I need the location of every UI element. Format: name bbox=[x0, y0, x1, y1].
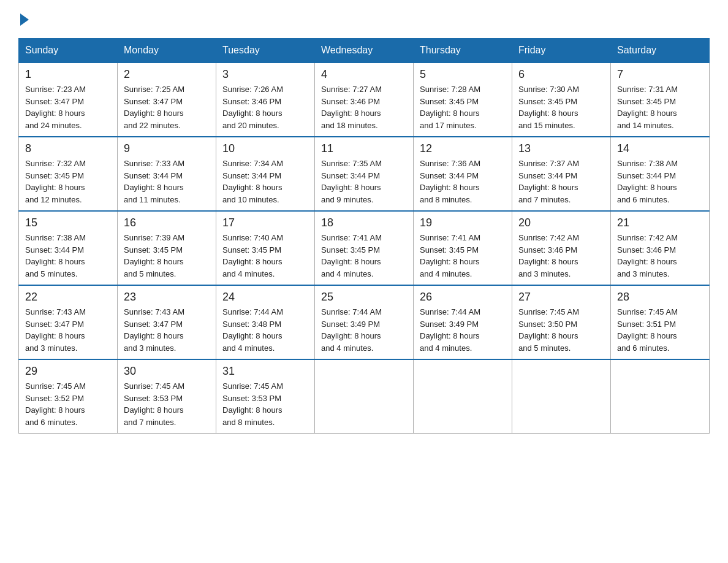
day-info: Sunrise: 7:38 AM Sunset: 3:44 PM Dayligh… bbox=[617, 158, 703, 205]
day-info: Sunrise: 7:43 AM Sunset: 3:47 PM Dayligh… bbox=[124, 306, 210, 354]
day-info: Sunrise: 7:33 AM Sunset: 3:44 PM Dayligh… bbox=[124, 158, 210, 205]
day-number: 4 bbox=[321, 68, 407, 81]
column-header-tuesday: Tuesday bbox=[216, 39, 315, 63]
day-number: 2 bbox=[124, 68, 210, 81]
calendar-cell: 16 Sunrise: 7:39 AM Sunset: 3:45 PM Dayl… bbox=[118, 211, 216, 285]
day-number: 15 bbox=[25, 216, 111, 229]
day-info: Sunrise: 7:28 AM Sunset: 3:45 PM Dayligh… bbox=[420, 83, 506, 131]
day-info: Sunrise: 7:45 AM Sunset: 3:53 PM Dayligh… bbox=[222, 380, 308, 428]
logo bbox=[18, 12, 29, 26]
day-info: Sunrise: 7:41 AM Sunset: 3:45 PM Dayligh… bbox=[420, 232, 506, 280]
calendar-cell: 14 Sunrise: 7:38 AM Sunset: 3:44 PM Dayl… bbox=[611, 137, 710, 211]
day-number: 28 bbox=[617, 291, 703, 304]
day-number: 8 bbox=[25, 142, 111, 155]
day-info: Sunrise: 7:43 AM Sunset: 3:47 PM Dayligh… bbox=[25, 306, 111, 354]
day-number: 31 bbox=[222, 365, 308, 378]
day-info: Sunrise: 7:36 AM Sunset: 3:44 PM Dayligh… bbox=[420, 158, 506, 205]
day-info: Sunrise: 7:30 AM Sunset: 3:45 PM Dayligh… bbox=[518, 83, 604, 131]
day-info: Sunrise: 7:41 AM Sunset: 3:45 PM Dayligh… bbox=[321, 232, 407, 280]
day-info: Sunrise: 7:32 AM Sunset: 3:45 PM Dayligh… bbox=[25, 158, 111, 205]
calendar-cell: 13 Sunrise: 7:37 AM Sunset: 3:44 PM Dayl… bbox=[512, 137, 611, 211]
logo-arrow-icon bbox=[20, 13, 29, 26]
calendar-cell: 22 Sunrise: 7:43 AM Sunset: 3:47 PM Dayl… bbox=[19, 285, 118, 359]
calendar-cell: 4 Sunrise: 7:27 AM Sunset: 3:46 PM Dayli… bbox=[315, 63, 414, 137]
day-info: Sunrise: 7:42 AM Sunset: 3:46 PM Dayligh… bbox=[617, 232, 703, 280]
calendar-cell: 20 Sunrise: 7:42 AM Sunset: 3:46 PM Dayl… bbox=[512, 211, 611, 285]
column-header-friday: Friday bbox=[512, 39, 611, 63]
calendar-cell bbox=[414, 359, 512, 434]
calendar-cell: 27 Sunrise: 7:45 AM Sunset: 3:50 PM Dayl… bbox=[512, 285, 611, 359]
day-info: Sunrise: 7:26 AM Sunset: 3:46 PM Dayligh… bbox=[222, 83, 308, 131]
calendar-week-row: 15 Sunrise: 7:38 AM Sunset: 3:44 PM Dayl… bbox=[19, 211, 710, 285]
calendar-cell: 11 Sunrise: 7:35 AM Sunset: 3:44 PM Dayl… bbox=[315, 137, 414, 211]
day-number: 22 bbox=[25, 291, 111, 304]
column-header-monday: Monday bbox=[118, 39, 216, 63]
day-number: 25 bbox=[321, 291, 407, 304]
calendar-cell: 28 Sunrise: 7:45 AM Sunset: 3:51 PM Dayl… bbox=[611, 285, 710, 359]
day-number: 6 bbox=[518, 68, 604, 81]
page-header bbox=[18, 12, 710, 26]
calendar-cell: 10 Sunrise: 7:34 AM Sunset: 3:44 PM Dayl… bbox=[216, 137, 315, 211]
calendar-cell: 9 Sunrise: 7:33 AM Sunset: 3:44 PM Dayli… bbox=[118, 137, 216, 211]
day-info: Sunrise: 7:44 AM Sunset: 3:49 PM Dayligh… bbox=[321, 306, 407, 354]
calendar-cell bbox=[315, 359, 414, 434]
day-number: 30 bbox=[124, 365, 210, 378]
calendar-cell: 6 Sunrise: 7:30 AM Sunset: 3:45 PM Dayli… bbox=[512, 63, 611, 137]
day-info: Sunrise: 7:31 AM Sunset: 3:45 PM Dayligh… bbox=[617, 83, 703, 131]
calendar-cell: 30 Sunrise: 7:45 AM Sunset: 3:53 PM Dayl… bbox=[118, 359, 216, 434]
calendar-cell: 15 Sunrise: 7:38 AM Sunset: 3:44 PM Dayl… bbox=[19, 211, 118, 285]
calendar-cell: 19 Sunrise: 7:41 AM Sunset: 3:45 PM Dayl… bbox=[414, 211, 512, 285]
calendar-header-row: SundayMondayTuesdayWednesdayThursdayFrid… bbox=[19, 39, 710, 63]
calendar-cell: 24 Sunrise: 7:44 AM Sunset: 3:48 PM Dayl… bbox=[216, 285, 315, 359]
day-info: Sunrise: 7:27 AM Sunset: 3:46 PM Dayligh… bbox=[321, 83, 407, 131]
day-number: 18 bbox=[321, 216, 407, 229]
day-number: 17 bbox=[222, 216, 308, 229]
day-number: 3 bbox=[222, 68, 308, 81]
day-number: 24 bbox=[222, 291, 308, 304]
day-info: Sunrise: 7:40 AM Sunset: 3:45 PM Dayligh… bbox=[222, 232, 308, 280]
calendar-cell: 26 Sunrise: 7:44 AM Sunset: 3:49 PM Dayl… bbox=[414, 285, 512, 359]
calendar-cell: 12 Sunrise: 7:36 AM Sunset: 3:44 PM Dayl… bbox=[414, 137, 512, 211]
calendar-cell: 21 Sunrise: 7:42 AM Sunset: 3:46 PM Dayl… bbox=[611, 211, 710, 285]
day-number: 29 bbox=[25, 365, 111, 378]
day-number: 21 bbox=[617, 216, 703, 229]
column-header-sunday: Sunday bbox=[19, 39, 118, 63]
calendar-cell: 5 Sunrise: 7:28 AM Sunset: 3:45 PM Dayli… bbox=[414, 63, 512, 137]
column-header-wednesday: Wednesday bbox=[315, 39, 414, 63]
day-number: 19 bbox=[420, 216, 506, 229]
calendar-table: SundayMondayTuesdayWednesdayThursdayFrid… bbox=[18, 38, 710, 434]
column-header-thursday: Thursday bbox=[414, 39, 512, 63]
calendar-cell: 2 Sunrise: 7:25 AM Sunset: 3:47 PM Dayli… bbox=[118, 63, 216, 137]
day-number: 7 bbox=[617, 68, 703, 81]
calendar-week-row: 8 Sunrise: 7:32 AM Sunset: 3:45 PM Dayli… bbox=[19, 137, 710, 211]
day-number: 1 bbox=[25, 68, 111, 81]
calendar-cell: 25 Sunrise: 7:44 AM Sunset: 3:49 PM Dayl… bbox=[315, 285, 414, 359]
calendar-cell: 17 Sunrise: 7:40 AM Sunset: 3:45 PM Dayl… bbox=[216, 211, 315, 285]
calendar-cell bbox=[512, 359, 611, 434]
calendar-cell: 29 Sunrise: 7:45 AM Sunset: 3:52 PM Dayl… bbox=[19, 359, 118, 434]
calendar-cell: 23 Sunrise: 7:43 AM Sunset: 3:47 PM Dayl… bbox=[118, 285, 216, 359]
day-number: 10 bbox=[222, 142, 308, 155]
column-header-saturday: Saturday bbox=[611, 39, 710, 63]
calendar-cell: 8 Sunrise: 7:32 AM Sunset: 3:45 PM Dayli… bbox=[19, 137, 118, 211]
calendar-cell: 3 Sunrise: 7:26 AM Sunset: 3:46 PM Dayli… bbox=[216, 63, 315, 137]
day-number: 12 bbox=[420, 142, 506, 155]
calendar-week-row: 29 Sunrise: 7:45 AM Sunset: 3:52 PM Dayl… bbox=[19, 359, 710, 434]
day-info: Sunrise: 7:25 AM Sunset: 3:47 PM Dayligh… bbox=[124, 83, 210, 131]
day-info: Sunrise: 7:34 AM Sunset: 3:44 PM Dayligh… bbox=[222, 158, 308, 205]
calendar-cell: 1 Sunrise: 7:23 AM Sunset: 3:47 PM Dayli… bbox=[19, 63, 118, 137]
day-info: Sunrise: 7:44 AM Sunset: 3:49 PM Dayligh… bbox=[420, 306, 506, 354]
day-info: Sunrise: 7:39 AM Sunset: 3:45 PM Dayligh… bbox=[124, 232, 210, 280]
calendar-cell: 7 Sunrise: 7:31 AM Sunset: 3:45 PM Dayli… bbox=[611, 63, 710, 137]
calendar-week-row: 1 Sunrise: 7:23 AM Sunset: 3:47 PM Dayli… bbox=[19, 63, 710, 137]
day-info: Sunrise: 7:38 AM Sunset: 3:44 PM Dayligh… bbox=[25, 232, 111, 280]
calendar-cell: 31 Sunrise: 7:45 AM Sunset: 3:53 PM Dayl… bbox=[216, 359, 315, 434]
day-info: Sunrise: 7:37 AM Sunset: 3:44 PM Dayligh… bbox=[518, 158, 604, 205]
day-number: 14 bbox=[617, 142, 703, 155]
day-info: Sunrise: 7:45 AM Sunset: 3:50 PM Dayligh… bbox=[518, 306, 604, 354]
day-number: 11 bbox=[321, 142, 407, 155]
calendar-cell: 18 Sunrise: 7:41 AM Sunset: 3:45 PM Dayl… bbox=[315, 211, 414, 285]
day-number: 20 bbox=[518, 216, 604, 229]
day-number: 26 bbox=[420, 291, 506, 304]
day-number: 9 bbox=[124, 142, 210, 155]
